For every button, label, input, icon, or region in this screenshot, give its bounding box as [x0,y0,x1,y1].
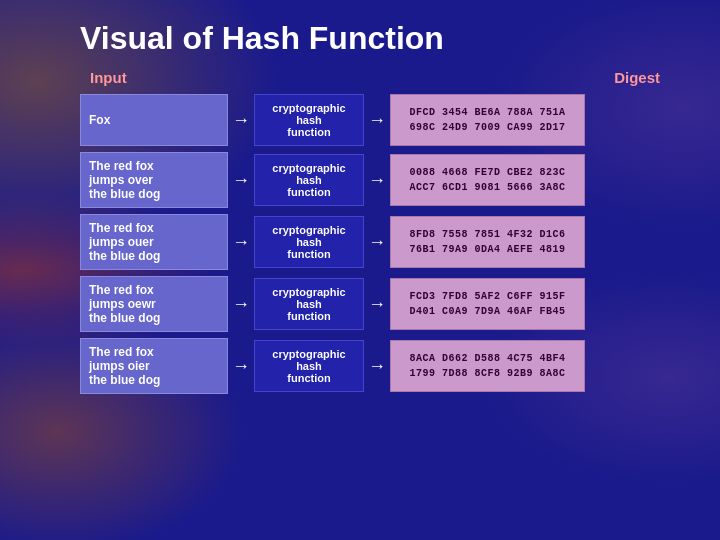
input-box: The red fox jumps oier the blue dog [80,338,228,394]
digest-box: 0088 4668 FE7D CBE2 823C ACC7 6CD1 9081 … [390,154,585,206]
digest-box: FCD3 7FD8 5AF2 C6FF 915F D401 C0A9 7D9A … [390,278,585,330]
hash-function-box: cryptographic hash function [254,278,364,330]
column-headers: Input Digest [80,69,680,86]
arrow-icon: → [368,357,386,375]
hash-rows-container: Fox→cryptographic hash function→DFCD 345… [80,94,680,394]
arrow-icon: → [232,171,250,189]
input-box: The red fox jumps ouer the blue dog [80,214,228,270]
input-box: The red fox jumps oewr the blue dog [80,276,228,332]
table-row: Fox→cryptographic hash function→DFCD 345… [80,94,680,146]
arrow-icon: → [368,171,386,189]
hash-function-box: cryptographic hash function [254,216,364,268]
input-column-label: Input [90,69,250,86]
arrow-icon: → [368,111,386,129]
arrow-icon: → [368,295,386,313]
main-content: Visual of Hash Function Input Digest Fox… [0,0,720,404]
arrow-icon: → [232,295,250,313]
digest-box: DFCD 3454 BE6A 788A 751A 698C 24D9 7009 … [390,94,585,146]
arrow-icon: → [232,357,250,375]
table-row: The red fox jumps oewr the blue dog→cryp… [80,276,680,332]
input-box: Fox [80,94,228,146]
arrow-icon: → [232,233,250,251]
digest-box: 8ACA D662 D588 4C75 4BF4 1799 7D88 8CF8 … [390,340,585,392]
arrow-icon: → [232,111,250,129]
input-box: The red fox jumps over the blue dog [80,152,228,208]
table-row: The red fox jumps ouer the blue dog→cryp… [80,214,680,270]
table-row: The red fox jumps oier the blue dog→cryp… [80,338,680,394]
table-row: The red fox jumps over the blue dog→cryp… [80,152,680,208]
hash-function-box: cryptographic hash function [254,340,364,392]
arrow-icon: → [368,233,386,251]
digest-column-label: Digest [614,69,660,86]
digest-box: 8FD8 7558 7851 4F32 D1C6 76B1 79A9 0DA4 … [390,216,585,268]
page-title: Visual of Hash Function [80,20,680,57]
hash-function-box: cryptographic hash function [254,94,364,146]
hash-function-box: cryptographic hash function [254,154,364,206]
